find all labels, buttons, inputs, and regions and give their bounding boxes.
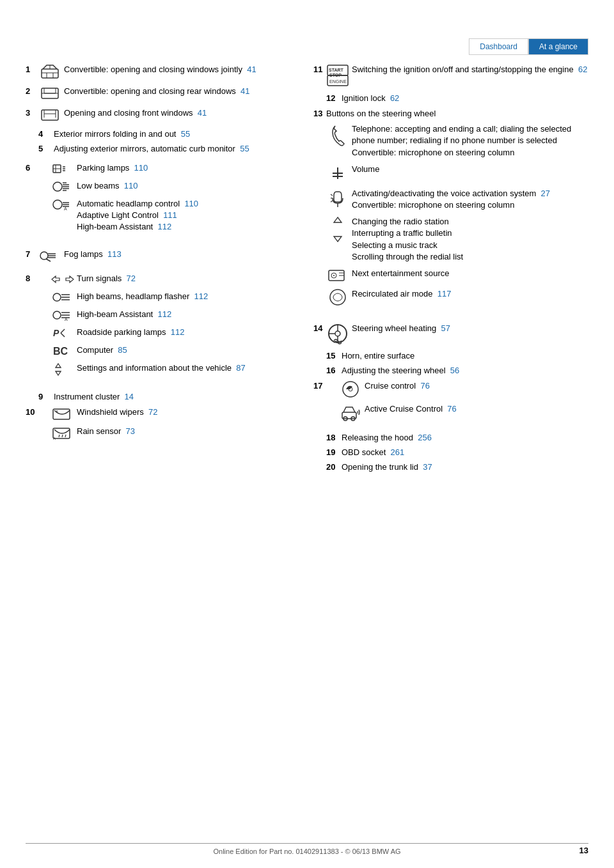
radio-station-icon <box>326 216 349 243</box>
item-4-ref[interactable]: 55 <box>181 129 190 139</box>
item-9: 9 Instrument cluster 14 <box>26 392 301 401</box>
svg-text:START: START <box>329 68 344 72</box>
item-7-ref[interactable]: 113 <box>107 249 122 259</box>
svg-line-37 <box>61 329 65 333</box>
turn-signals-row: Turn signals 72 <box>51 273 246 286</box>
svg-point-27 <box>53 293 61 301</box>
convertible-front-windows-icon <box>38 64 61 79</box>
item-13-label: Buttons on the steering wheel <box>326 108 588 120</box>
computer-row: BC Computer 85 <box>51 345 246 357</box>
svg-point-74 <box>343 382 358 397</box>
item-number-10: 10 <box>26 407 38 418</box>
settings-text: Settings and information about the vehic… <box>77 362 246 374</box>
tab-at-a-glance[interactable]: At a glance <box>528 38 588 55</box>
voice-row: Activating/deactivating the voice activa… <box>326 188 588 211</box>
item-18-ref[interactable]: 256 <box>418 433 432 442</box>
item-16-text: Adjusting the steering wheel 56 <box>342 366 459 375</box>
top-navigation: Dashboard At a glance <box>469 38 588 55</box>
high-beam-assistant-icon: A <box>51 309 74 322</box>
item-11-ref[interactable]: 62 <box>578 65 587 74</box>
item-14-ref[interactable]: 57 <box>441 323 450 333</box>
active-cruise-text: Active Cruise Control 76 <box>365 403 457 415</box>
radio-text: Changing the radio stationInterrupting a… <box>352 216 463 263</box>
steering-wheel-heating-icon <box>326 323 349 345</box>
item-3-ref[interactable]: 41 <box>198 108 207 118</box>
item-number-15: 15 <box>326 351 339 360</box>
computer-icon: BC <box>51 345 74 357</box>
low-beams-text: Low beams 110 <box>77 180 138 192</box>
tab-dashboard[interactable]: Dashboard <box>469 38 528 55</box>
item-12-ref[interactable]: 62 <box>390 93 399 103</box>
low-beams-row: Low beams 110 <box>51 180 198 193</box>
item-1: 1 Convertible: opening and closing windo… <box>26 64 301 79</box>
roadside-parking-text: Roadside parking lamps 112 <box>77 327 184 338</box>
item-20-ref[interactable]: 37 <box>423 462 432 472</box>
svg-marker-61 <box>334 217 342 222</box>
roadside-parking-icon: P <box>51 327 74 339</box>
item-1-ref[interactable]: 41 <box>247 65 256 74</box>
item-number-1: 1 <box>26 64 38 75</box>
recirculated-air-text: Recirculated air mode 117 <box>352 288 451 300</box>
item-3-text: Opening and closing front windows 41 <box>64 107 301 119</box>
fog-lamps-icon <box>38 249 61 263</box>
svg-line-58 <box>331 194 333 196</box>
low-beams-icon <box>51 180 74 193</box>
auto-headlamp-text: Automatic headlamp control 110 Adaptive … <box>77 198 198 233</box>
svg-text:BC: BC <box>53 346 68 357</box>
parking-lamps-row: Parking lamps 110 <box>51 162 198 175</box>
windshield-wipers-text: Windshield wipers 72 <box>77 407 157 418</box>
item-number-12: 12 <box>326 93 339 103</box>
svg-line-24 <box>46 259 51 261</box>
cruise-control-row: Cruise control 76 <box>339 380 457 398</box>
item-10: 10 Windshield wipers 72 <box>26 407 301 445</box>
phone-text: Telephone: accepting and ending a call; … <box>352 123 588 159</box>
item-number-11: 11 <box>313 64 326 75</box>
item-14: 14 Steering wheel heating 57 <box>313 323 588 345</box>
item-7: 7 Fog lamps 113 <box>26 249 301 263</box>
item-number-16: 16 <box>326 366 339 375</box>
item-16: 16 Adjusting the steering wheel 56 <box>313 366 588 375</box>
item-4-text: Exterior mirrors folding in and out 55 <box>54 129 190 139</box>
windshield-wipers-row: Windshield wipers 72 <box>51 407 157 421</box>
svg-text:P: P <box>53 328 59 338</box>
item-2-ref[interactable]: 41 <box>240 86 249 96</box>
item-18-text: Releasing the hood 256 <box>342 433 432 442</box>
item-19-ref[interactable]: 261 <box>391 447 405 457</box>
item-20-text: Opening the trunk lid 37 <box>342 462 432 472</box>
item-17-subitems: Cruise control 76 <box>339 380 457 426</box>
item-12: 12 Ignition lock 62 <box>313 93 588 103</box>
item-17: 17 Cruise control 76 <box>313 380 588 426</box>
item-2-text: Convertible: opening and closing rear wi… <box>64 86 301 97</box>
turn-signals-icon <box>51 273 74 286</box>
item-10-subitems: Windshield wipers 72 A <box>51 407 157 445</box>
item-number-5: 5 <box>38 144 51 153</box>
svg-line-45 <box>59 435 59 437</box>
auto-headlamp-row: A Automatic headlamp control 110 Adaptiv… <box>51 198 198 233</box>
item-19-text: OBD socket 261 <box>342 447 404 457</box>
voice-icon <box>326 188 349 208</box>
svg-point-70 <box>335 331 340 336</box>
item-20: 20 Opening the trunk lid 37 <box>313 462 588 472</box>
volume-icon <box>326 164 349 183</box>
high-beams-flasher-row: High beams, headlamp flasher 112 <box>51 291 246 304</box>
item-16-ref[interactable]: 56 <box>450 366 459 375</box>
voice-text: Activating/deactivating the voice activa… <box>352 188 550 211</box>
footer-text: Online Edition for Part no. 01402911383 … <box>213 848 400 855</box>
entertainment-text: Next entertainment source <box>352 268 449 279</box>
svg-marker-40 <box>56 364 61 368</box>
item-8-subitems: Turn signals 72 High beams, headlamp fla… <box>51 273 246 382</box>
footer: Online Edition for Part no. 01402911383 … <box>26 843 588 855</box>
item-14-text: Steering wheel heating 57 <box>352 323 588 334</box>
item-7-text: Fog lamps 113 <box>64 249 301 260</box>
svg-line-46 <box>62 435 63 437</box>
recirculated-air-icon <box>326 288 349 306</box>
settings-row: Settings and information about the vehic… <box>51 362 246 376</box>
recirculated-air-row: Recirculated air mode 117 <box>326 288 588 306</box>
phone-row: Telephone: accepting and ending a call; … <box>326 123 588 159</box>
parking-lamps-text: Parking lamps 110 <box>77 162 148 174</box>
item-6: 6 Parking la <box>26 162 301 238</box>
item-5-ref[interactable]: 55 <box>240 144 249 153</box>
svg-text:ENGINE: ENGINE <box>329 79 347 84</box>
svg-point-12 <box>53 182 62 191</box>
svg-line-60 <box>331 201 333 202</box>
